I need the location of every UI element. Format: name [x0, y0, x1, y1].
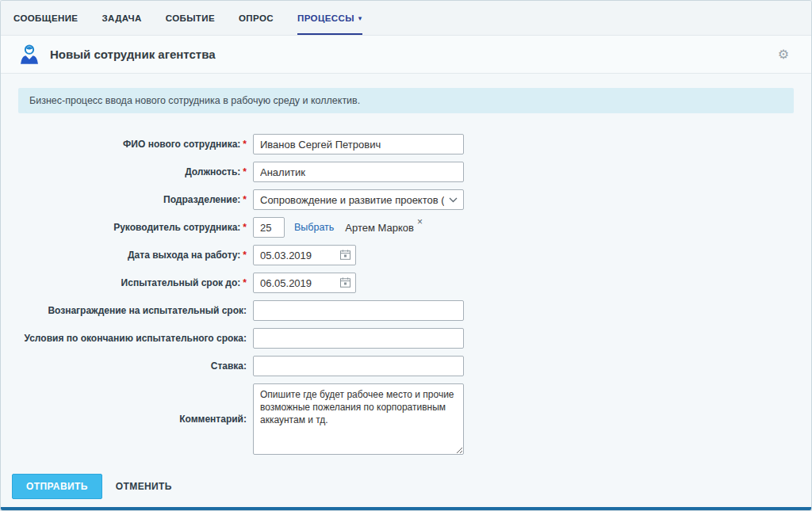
choose-manager-link[interactable]: Выбрать — [294, 222, 334, 233]
field-label: Дата выхода на работу: — [128, 250, 240, 261]
page-title: Новый сотрудник агентства — [50, 48, 216, 61]
field-label: Условия по окончанию испытательного срок… — [24, 333, 247, 344]
required-marker: * — [243, 166, 247, 177]
tab-message[interactable]: СООБЩЕНИЕ — [13, 1, 78, 35]
required-marker: * — [243, 250, 247, 261]
tab-bar: СООБЩЕНИЕ ЗАДАЧА СОБЫТИЕ ОПРОС ПРОЦЕССЫ … — [1, 1, 811, 36]
required-marker: * — [243, 139, 247, 150]
cancel-button[interactable]: ОТМЕНИТЬ — [116, 481, 172, 492]
tab-processes[interactable]: ПРОЦЕССЫ ▾ — [297, 1, 362, 35]
position-input[interactable] — [253, 162, 464, 182]
bottom-accent-bar — [1, 507, 811, 510]
department-select[interactable]: Сопровождение и развитие проектов (DEV) — [253, 189, 464, 210]
content-area: Бизнес-процесс ввода нового сотрудника в… — [1, 74, 811, 499]
page-header: Новый сотрудник агентства ⚙ — [1, 36, 811, 74]
form-row-comment: Комментарий: Опишите где будет рабочее м… — [12, 383, 800, 455]
field-label: Комментарий: — [179, 414, 247, 425]
employee-icon — [18, 44, 40, 65]
selected-manager-name: Артем Марков — [345, 222, 414, 234]
submit-button[interactable]: ОТПРАВИТЬ — [12, 474, 102, 499]
form-row-position: Должность:* — [12, 162, 800, 182]
field-label: Вознаграждение на испытательный срок: — [48, 305, 247, 316]
chevron-down-icon: ▾ — [358, 14, 362, 22]
tab-event[interactable]: СОБЫТИЕ — [166, 1, 215, 35]
form-actions: ОТПРАВИТЬ ОТМЕНИТЬ — [12, 474, 800, 499]
fio-input[interactable] — [253, 134, 464, 154]
form-row-manager: Руководитель сотрудника:* Выбрать Артем … — [12, 217, 800, 238]
form-row-fio: ФИО нового сотрудника:* — [12, 134, 800, 154]
form-row-department: Подразделение:* Сопровождение и развитие… — [12, 189, 800, 210]
manager-id-input[interactable] — [253, 217, 285, 238]
form-row-probation-reward: Вознаграждение на испытательный срок: — [12, 300, 800, 321]
after-probation-input[interactable] — [253, 328, 464, 349]
form-row-rate: Ставка: — [12, 356, 800, 376]
form-row-after-probation: Условия по окончанию испытательного срок… — [12, 328, 800, 349]
required-marker: * — [243, 194, 247, 205]
comment-textarea[interactable]: Опишите где будет рабочее место и прочие… — [253, 383, 464, 455]
required-marker: * — [243, 222, 247, 233]
gear-icon[interactable]: ⚙ — [778, 48, 789, 61]
info-banner: Бизнес-процесс ввода нового сотрудника в… — [18, 88, 794, 113]
field-label: Руководитель сотрудника: — [113, 222, 240, 233]
field-label: ФИО нового сотрудника: — [123, 139, 240, 150]
close-icon[interactable]: × — [417, 216, 423, 227]
field-label: Должность: — [185, 166, 240, 177]
probation-reward-input[interactable] — [253, 300, 464, 321]
employee-form: ФИО нового сотрудника:* Должность:* Подр… — [12, 134, 800, 499]
tab-task[interactable]: ЗАДАЧА — [102, 1, 141, 35]
rate-input[interactable] — [253, 356, 464, 376]
calendar-icon[interactable] — [340, 277, 350, 288]
required-marker: * — [243, 277, 247, 288]
calendar-icon[interactable] — [340, 250, 350, 260]
tab-poll[interactable]: ОПРОС — [239, 1, 274, 35]
field-label: Ставка: — [211, 360, 247, 372]
form-row-start-date: Дата выхода на работу:* — [12, 245, 800, 265]
form-row-probation-until: Испытательный срок до:* — [12, 273, 800, 293]
field-label: Испытательный срок до: — [121, 277, 241, 288]
field-label: Подразделение: — [163, 194, 240, 205]
process-form-page: СООБЩЕНИЕ ЗАДАЧА СОБЫТИЕ ОПРОС ПРОЦЕССЫ … — [0, 0, 812, 511]
